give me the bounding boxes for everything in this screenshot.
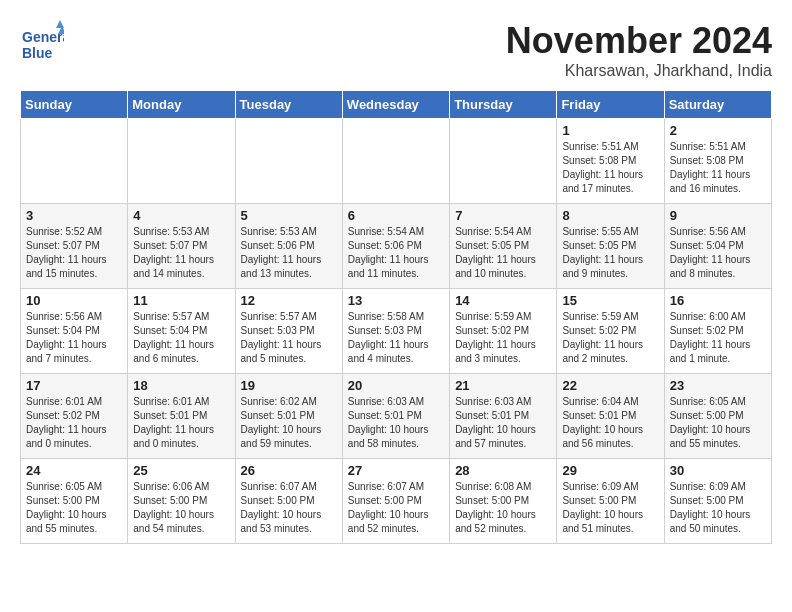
day-number: 14	[455, 293, 551, 308]
day-detail: Sunrise: 5:56 AM Sunset: 5:04 PM Dayligh…	[26, 310, 122, 366]
day-cell: 2Sunrise: 5:51 AM Sunset: 5:08 PM Daylig…	[664, 119, 771, 204]
day-cell: 22Sunrise: 6:04 AM Sunset: 5:01 PM Dayli…	[557, 374, 664, 459]
day-cell	[21, 119, 128, 204]
day-number: 30	[670, 463, 766, 478]
day-number: 8	[562, 208, 658, 223]
day-number: 25	[133, 463, 229, 478]
day-cell: 27Sunrise: 6:07 AM Sunset: 5:00 PM Dayli…	[342, 459, 449, 544]
day-detail: Sunrise: 6:07 AM Sunset: 5:00 PM Dayligh…	[348, 480, 444, 536]
day-cell	[450, 119, 557, 204]
day-detail: Sunrise: 5:57 AM Sunset: 5:04 PM Dayligh…	[133, 310, 229, 366]
svg-text:Blue: Blue	[22, 45, 53, 61]
day-number: 17	[26, 378, 122, 393]
day-cell: 11Sunrise: 5:57 AM Sunset: 5:04 PM Dayli…	[128, 289, 235, 374]
weekday-header-row: SundayMondayTuesdayWednesdayThursdayFrid…	[21, 91, 772, 119]
day-cell: 7Sunrise: 5:54 AM Sunset: 5:05 PM Daylig…	[450, 204, 557, 289]
day-number: 3	[26, 208, 122, 223]
day-detail: Sunrise: 6:03 AM Sunset: 5:01 PM Dayligh…	[348, 395, 444, 451]
day-detail: Sunrise: 5:56 AM Sunset: 5:04 PM Dayligh…	[670, 225, 766, 281]
day-number: 12	[241, 293, 337, 308]
day-detail: Sunrise: 6:03 AM Sunset: 5:01 PM Dayligh…	[455, 395, 551, 451]
day-number: 21	[455, 378, 551, 393]
subtitle: Kharsawan, Jharkhand, India	[506, 62, 772, 80]
day-number: 20	[348, 378, 444, 393]
day-detail: Sunrise: 5:55 AM Sunset: 5:05 PM Dayligh…	[562, 225, 658, 281]
day-cell: 29Sunrise: 6:09 AM Sunset: 5:00 PM Dayli…	[557, 459, 664, 544]
day-cell	[342, 119, 449, 204]
day-number: 5	[241, 208, 337, 223]
day-cell: 16Sunrise: 6:00 AM Sunset: 5:02 PM Dayli…	[664, 289, 771, 374]
day-number: 24	[26, 463, 122, 478]
logo: General Blue	[20, 20, 64, 60]
day-cell: 17Sunrise: 6:01 AM Sunset: 5:02 PM Dayli…	[21, 374, 128, 459]
day-number: 13	[348, 293, 444, 308]
day-cell: 12Sunrise: 5:57 AM Sunset: 5:03 PM Dayli…	[235, 289, 342, 374]
week-row-4: 17Sunrise: 6:01 AM Sunset: 5:02 PM Dayli…	[21, 374, 772, 459]
day-detail: Sunrise: 5:51 AM Sunset: 5:08 PM Dayligh…	[670, 140, 766, 196]
day-detail: Sunrise: 6:05 AM Sunset: 5:00 PM Dayligh…	[670, 395, 766, 451]
day-number: 28	[455, 463, 551, 478]
day-detail: Sunrise: 5:52 AM Sunset: 5:07 PM Dayligh…	[26, 225, 122, 281]
day-number: 6	[348, 208, 444, 223]
day-cell: 18Sunrise: 6:01 AM Sunset: 5:01 PM Dayli…	[128, 374, 235, 459]
calendar-table: SundayMondayTuesdayWednesdayThursdayFrid…	[20, 90, 772, 544]
day-number: 26	[241, 463, 337, 478]
day-number: 29	[562, 463, 658, 478]
day-cell: 5Sunrise: 5:53 AM Sunset: 5:06 PM Daylig…	[235, 204, 342, 289]
week-row-5: 24Sunrise: 6:05 AM Sunset: 5:00 PM Dayli…	[21, 459, 772, 544]
day-number: 7	[455, 208, 551, 223]
day-cell: 21Sunrise: 6:03 AM Sunset: 5:01 PM Dayli…	[450, 374, 557, 459]
day-detail: Sunrise: 5:51 AM Sunset: 5:08 PM Dayligh…	[562, 140, 658, 196]
week-row-2: 3Sunrise: 5:52 AM Sunset: 5:07 PM Daylig…	[21, 204, 772, 289]
day-number: 22	[562, 378, 658, 393]
weekday-header-friday: Friday	[557, 91, 664, 119]
month-title: November 2024	[506, 20, 772, 62]
day-cell: 8Sunrise: 5:55 AM Sunset: 5:05 PM Daylig…	[557, 204, 664, 289]
day-detail: Sunrise: 6:01 AM Sunset: 5:01 PM Dayligh…	[133, 395, 229, 451]
weekday-header-sunday: Sunday	[21, 91, 128, 119]
day-detail: Sunrise: 5:54 AM Sunset: 5:05 PM Dayligh…	[455, 225, 551, 281]
svg-marker-2	[56, 20, 64, 28]
day-cell: 28Sunrise: 6:08 AM Sunset: 5:00 PM Dayli…	[450, 459, 557, 544]
weekday-header-saturday: Saturday	[664, 91, 771, 119]
day-cell: 3Sunrise: 5:52 AM Sunset: 5:07 PM Daylig…	[21, 204, 128, 289]
day-cell: 19Sunrise: 6:02 AM Sunset: 5:01 PM Dayli…	[235, 374, 342, 459]
day-detail: Sunrise: 6:09 AM Sunset: 5:00 PM Dayligh…	[562, 480, 658, 536]
day-detail: Sunrise: 6:02 AM Sunset: 5:01 PM Dayligh…	[241, 395, 337, 451]
day-detail: Sunrise: 5:54 AM Sunset: 5:06 PM Dayligh…	[348, 225, 444, 281]
day-cell: 15Sunrise: 5:59 AM Sunset: 5:02 PM Dayli…	[557, 289, 664, 374]
day-detail: Sunrise: 5:53 AM Sunset: 5:07 PM Dayligh…	[133, 225, 229, 281]
title-area: November 2024 Kharsawan, Jharkhand, Indi…	[506, 20, 772, 80]
day-cell: 10Sunrise: 5:56 AM Sunset: 5:04 PM Dayli…	[21, 289, 128, 374]
day-cell	[128, 119, 235, 204]
weekday-header-monday: Monday	[128, 91, 235, 119]
day-detail: Sunrise: 6:01 AM Sunset: 5:02 PM Dayligh…	[26, 395, 122, 451]
day-cell: 1Sunrise: 5:51 AM Sunset: 5:08 PM Daylig…	[557, 119, 664, 204]
logo-icon: General Blue	[20, 20, 60, 60]
week-row-1: 1Sunrise: 5:51 AM Sunset: 5:08 PM Daylig…	[21, 119, 772, 204]
svg-text:General: General	[22, 29, 64, 45]
day-cell: 24Sunrise: 6:05 AM Sunset: 5:00 PM Dayli…	[21, 459, 128, 544]
day-number: 18	[133, 378, 229, 393]
day-cell: 13Sunrise: 5:58 AM Sunset: 5:03 PM Dayli…	[342, 289, 449, 374]
day-number: 9	[670, 208, 766, 223]
day-number: 10	[26, 293, 122, 308]
weekday-header-wednesday: Wednesday	[342, 91, 449, 119]
day-cell: 9Sunrise: 5:56 AM Sunset: 5:04 PM Daylig…	[664, 204, 771, 289]
day-detail: Sunrise: 6:09 AM Sunset: 5:00 PM Dayligh…	[670, 480, 766, 536]
weekday-header-thursday: Thursday	[450, 91, 557, 119]
day-detail: Sunrise: 6:06 AM Sunset: 5:00 PM Dayligh…	[133, 480, 229, 536]
day-detail: Sunrise: 6:07 AM Sunset: 5:00 PM Dayligh…	[241, 480, 337, 536]
day-number: 16	[670, 293, 766, 308]
day-detail: Sunrise: 5:59 AM Sunset: 5:02 PM Dayligh…	[455, 310, 551, 366]
day-detail: Sunrise: 6:04 AM Sunset: 5:01 PM Dayligh…	[562, 395, 658, 451]
day-cell: 6Sunrise: 5:54 AM Sunset: 5:06 PM Daylig…	[342, 204, 449, 289]
day-number: 15	[562, 293, 658, 308]
day-cell: 23Sunrise: 6:05 AM Sunset: 5:00 PM Dayli…	[664, 374, 771, 459]
day-detail: Sunrise: 6:05 AM Sunset: 5:00 PM Dayligh…	[26, 480, 122, 536]
day-detail: Sunrise: 5:53 AM Sunset: 5:06 PM Dayligh…	[241, 225, 337, 281]
header: General Blue November 2024 Kharsawan, Jh…	[20, 20, 772, 80]
day-cell: 20Sunrise: 6:03 AM Sunset: 5:01 PM Dayli…	[342, 374, 449, 459]
day-number: 1	[562, 123, 658, 138]
day-cell: 14Sunrise: 5:59 AM Sunset: 5:02 PM Dayli…	[450, 289, 557, 374]
